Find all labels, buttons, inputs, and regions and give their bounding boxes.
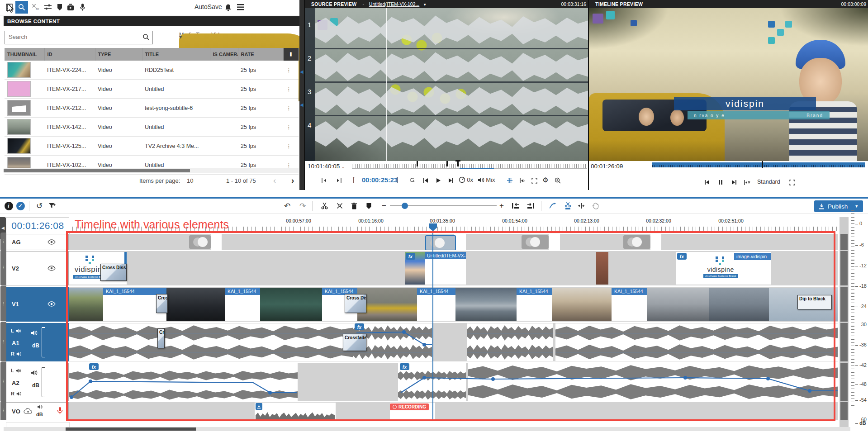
v1-clip-thumbnail[interactable] <box>647 288 709 321</box>
play-icon[interactable] <box>433 176 443 185</box>
v1-clip-thumbnail[interactable] <box>552 288 612 321</box>
source-timecode[interactable]: 10:01:40:05 ⌄ <box>308 163 345 170</box>
drag-handle-icon[interactable]: ⋮ <box>0 401 6 420</box>
history-undo-icon[interactable]: ↺ <box>33 200 45 212</box>
row-menu-icon[interactable]: ⋮ <box>283 80 299 99</box>
drag-handle-icon[interactable]: ⋮ <box>0 322 6 361</box>
a1-clip[interactable] <box>467 323 553 361</box>
audio-mix-button[interactable]: Mix <box>478 176 495 183</box>
visibility-eye-icon[interactable] <box>47 266 56 271</box>
browse-hscrollbar[interactable] <box>4 168 299 173</box>
v1-clip-thumbnail[interactable] <box>260 288 322 321</box>
bracket-in[interactable]: [ <box>353 176 355 183</box>
ripple-right-icon[interactable] <box>525 200 536 212</box>
row-thumbnail[interactable] <box>7 62 31 78</box>
timeline-video[interactable]: vidispin n rva o y e Brand <box>589 8 868 161</box>
zoom-magnifier-icon[interactable] <box>553 176 563 185</box>
media-table-row[interactable]: ITEM-VX-142... Video Untitled 25 fps ⋮ <box>5 118 299 137</box>
fullscreen-icon[interactable] <box>787 177 797 187</box>
visibility-eye-icon[interactable] <box>47 301 56 307</box>
search-box[interactable] <box>5 31 153 44</box>
transition-crossfade[interactable]: Crossfade <box>343 334 366 351</box>
v1-clip-thumbnail[interactable] <box>709 288 769 321</box>
menu-hamburger-icon[interactable] <box>234 1 247 14</box>
filter-add-icon[interactable] <box>46 200 58 212</box>
row-thumbnail[interactable] <box>7 81 31 97</box>
source-item-select[interactable]: Untitled(ITEM-VX-102... <box>369 1 419 7</box>
fx-badge[interactable]: fx <box>400 363 409 370</box>
db-toggle[interactable]: dB <box>32 342 39 349</box>
cloud-upload-icon[interactable] <box>24 408 33 414</box>
step-in-icon[interactable] <box>320 176 330 185</box>
col-thumbnail[interactable]: THUMBNAIL <box>5 48 44 61</box>
drag-handle-icon[interactable]: ⋮ <box>0 285 6 321</box>
transition-cross[interactable]: Cross <box>156 294 168 313</box>
db-toggle[interactable]: dB <box>32 382 39 389</box>
settings-gear-icon[interactable]: ⚙ <box>541 175 550 185</box>
ag-graphics-item[interactable] <box>522 235 549 249</box>
panel-divider[interactable]: ◀ ◀ <box>299 0 304 190</box>
collapse-left-icon[interactable]: ◀ <box>300 69 304 74</box>
publish-dropdown-icon[interactable]: ▼ <box>851 204 859 209</box>
column-options-icon[interactable]: ⦀ <box>283 48 299 61</box>
insert-icon[interactable] <box>517 176 527 185</box>
redo-icon[interactable]: ↷ <box>297 200 308 212</box>
in-marker[interactable] <box>417 161 418 166</box>
v1-clip-thumbnail[interactable] <box>166 288 225 321</box>
v2-clip-small[interactable] <box>596 252 608 285</box>
vo-clip[interactable] <box>255 403 336 420</box>
search-field-icon[interactable] <box>142 33 150 41</box>
transition-dip-to-black[interactable]: Dip to Black <box>797 295 832 309</box>
search-input[interactable] <box>8 33 136 41</box>
next-page-icon[interactable]: › <box>291 176 294 185</box>
col-rate[interactable]: RATE <box>238 48 283 61</box>
approve-check-icon[interactable]: ✓ <box>14 200 26 212</box>
track-a1[interactable]: Cr fx Crossfade <box>69 323 838 361</box>
media-table-row[interactable]: ITEM-VX-212... Video test-yong-subtitle-… <box>5 99 299 118</box>
record-mic-icon[interactable] <box>57 406 63 415</box>
v1-clip[interactable]: KAI_1_15544 <box>417 288 455 321</box>
delete-trash-icon[interactable] <box>348 200 360 212</box>
track-header-ag[interactable]: ⋮ AG <box>6 234 69 250</box>
ag-graphics-item[interactable] <box>623 235 650 249</box>
row-menu-icon[interactable]: ⋮ <box>283 99 299 118</box>
row-thumbnail[interactable] <box>7 100 31 116</box>
items-per-page-value[interactable]: 10 <box>187 177 193 184</box>
progress-playhead[interactable] <box>762 161 763 168</box>
zoom-in-icon[interactable]: + <box>496 200 508 212</box>
transition-cr[interactable]: Cr <box>157 328 165 348</box>
chevron-down-icon[interactable]: ▼ <box>423 3 427 7</box>
track-v1[interactable]: KAI_1_15544 KAI_1_15544 KAI_1_15544 KAI_… <box>69 287 838 322</box>
row-thumbnail[interactable] <box>7 119 31 135</box>
col-title[interactable]: TITLE <box>142 48 210 61</box>
hand-pan-icon[interactable] <box>590 200 602 212</box>
zoom-slider-knob[interactable] <box>402 203 408 209</box>
row-thumbnail[interactable] <box>7 138 31 154</box>
media-type-select[interactable]: Media Type: Video ▾ <box>179 32 299 44</box>
ag-graphics-item[interactable] <box>189 235 211 249</box>
v1-clip[interactable]: KAI_1_15544 <box>612 288 647 321</box>
effects-icon[interactable]: fx <box>29 1 42 14</box>
prev-page-icon[interactable]: ‹ <box>273 176 276 185</box>
timeline-progress-bar[interactable] <box>652 162 865 167</box>
track-ag[interactable] <box>69 234 838 250</box>
track-header-a1[interactable]: ⋮ A1 dB L R <box>6 323 69 361</box>
mute-icon[interactable] <box>742 177 752 187</box>
left-channel[interactable]: L <box>11 328 63 333</box>
timeline-zoom-slider[interactable] <box>390 205 497 206</box>
a2-clip[interactable] <box>468 363 838 401</box>
drag-handle-icon[interactable]: ⋮ <box>0 361 6 401</box>
voiceover-icon[interactable] <box>76 1 89 14</box>
loop-icon[interactable] <box>408 176 418 185</box>
fx-badge[interactable]: fx <box>677 253 687 260</box>
export-icon[interactable] <box>64 1 77 14</box>
col-id[interactable]: ID <box>44 48 95 61</box>
bracket-out[interactable]: ] <box>396 176 398 183</box>
ripple-left-icon[interactable] <box>509 200 521 212</box>
speaker-icon[interactable] <box>37 404 43 409</box>
drag-handle-icon[interactable]: ⋮ <box>0 233 6 250</box>
next-frame-icon[interactable] <box>729 177 739 187</box>
next-frame-icon[interactable] <box>446 176 456 185</box>
undo-icon[interactable]: ↶ <box>281 200 293 212</box>
media-table-row[interactable]: ITEM-VX-224... Video RDD25Test 25 fps ⋮ <box>5 61 299 80</box>
